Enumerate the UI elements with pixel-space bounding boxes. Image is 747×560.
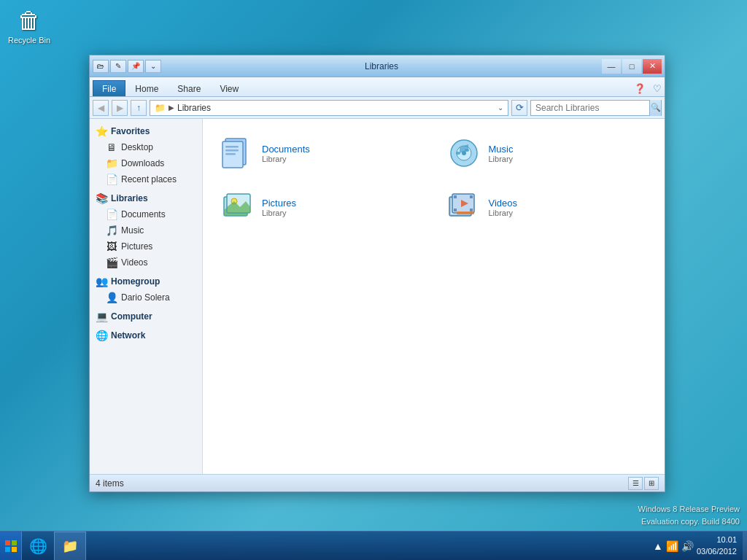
recycle-bin-graphic: 🗑	[18, 7, 41, 34]
recycle-bin-icon[interactable]: 🗑 Recycle Bin	[7, 7, 51, 44]
svg-rect-6	[225, 149, 239, 152]
quick-access-pin-btn[interactable]: 📌	[128, 60, 144, 73]
music-library-name: Music	[489, 144, 514, 155]
ribbon: File Home Share View ❓ ♡	[90, 77, 665, 97]
tab-home[interactable]: Home	[125, 80, 168, 96]
sidebar-item-documents[interactable]: 📄 Documents	[90, 206, 202, 222]
user-icon: 👤	[106, 292, 117, 303]
sidebar-item-pictures[interactable]: 🖼 Pictures	[90, 238, 202, 254]
sidebar-item-recent[interactable]: 📄 Recent places	[90, 171, 202, 187]
network-section-icon: 🌐	[96, 330, 108, 341]
tab-view[interactable]: View	[210, 80, 248, 96]
svg-rect-24	[470, 209, 473, 211]
taskbar-clock[interactable]: 10.01 03/06/2012	[697, 534, 743, 557]
sidebar-item-downloads[interactable]: 📁 Downloads	[90, 155, 202, 171]
back-button[interactable]: ◀	[93, 100, 109, 116]
sidebar-header-libraries[interactable]: 📚 Libraries	[90, 190, 202, 206]
search-input[interactable]	[531, 103, 649, 113]
svg-point-12	[465, 149, 469, 152]
sidebar-documents-label: Documents	[121, 209, 166, 219]
videos-library-name: Videos	[489, 198, 518, 209]
taskbar-date-value: 03/06/2012	[697, 546, 737, 557]
svg-rect-28	[12, 540, 17, 545]
close-button[interactable]: ✕	[643, 59, 662, 74]
content-area: Documents Library	[203, 119, 665, 474]
tray-network-icon[interactable]: 📶	[666, 540, 678, 552]
music-library-info: Music Library	[489, 144, 514, 163]
svg-rect-26	[457, 211, 474, 214]
svg-rect-29	[5, 547, 10, 552]
library-item-documents[interactable]: Documents Library	[214, 131, 427, 176]
documents-library-icon	[220, 136, 255, 171]
pictures-library-type: Library	[262, 209, 296, 217]
desktop: 🗑 Recycle Bin 🗁 ✎ 📌 ⌄ Libraries — □ ✕ Fi…	[0, 0, 747, 560]
quick-access-dropdown-btn[interactable]: ⌄	[145, 60, 161, 73]
tray-icons: ▲ 📶 🔊	[653, 540, 694, 552]
documents-library-info: Documents Library	[262, 144, 310, 163]
minimize-button[interactable]: —	[602, 59, 621, 74]
ie-taskbar-button[interactable]: 🌐	[22, 532, 54, 561]
help-icon[interactable]: ❓	[630, 81, 650, 96]
windows-logo-icon	[5, 540, 17, 552]
favorites-icon[interactable]: ♡	[650, 81, 665, 96]
sidebar-item-music[interactable]: 🎵 Music	[90, 222, 202, 238]
tab-file[interactable]: File	[93, 80, 125, 96]
library-item-music[interactable]: Music Library	[441, 131, 654, 176]
quick-access-folder-btn[interactable]: 🗁	[93, 60, 109, 73]
sidebar-header-computer[interactable]: 💻 Computer	[90, 308, 202, 324]
sidebar-header-homegroup[interactable]: 👥 Homegroup	[90, 273, 202, 289]
ie-icon: 🌐	[29, 537, 47, 555]
quick-access-edit-btn[interactable]: ✎	[110, 60, 126, 73]
explorer-taskbar-button[interactable]: 📁	[54, 532, 86, 561]
library-item-pictures[interactable]: Pictures Library	[214, 184, 427, 230]
pictures-library-name: Pictures	[262, 198, 296, 209]
search-box[interactable]: 🔍	[530, 100, 662, 116]
recycle-bin-label: Recycle Bin	[8, 36, 50, 44]
downloads-icon: 📁	[106, 158, 117, 169]
explorer-icon: 📁	[62, 538, 78, 554]
documents-library-name: Documents	[262, 144, 310, 155]
watermark-line1: Windows 8 Release Preview	[638, 503, 740, 516]
videos-library-info: Videos Library	[489, 198, 518, 217]
title-bar: 🗁 ✎ 📌 ⌄ Libraries — □ ✕	[90, 55, 665, 77]
videos-library-icon	[446, 190, 481, 225]
sidebar-videos-label: Videos	[121, 257, 147, 268]
sidebar-item-videos[interactable]: 🎬 Videos	[90, 254, 202, 271]
taskbar: 🌐 📁 ▲ 📶 🔊 10.01 03/06/2012	[0, 531, 747, 560]
sidebar-desktop-label: Desktop	[121, 142, 153, 152]
documents-icon: 📄	[106, 209, 117, 220]
libraries-section-icon: 📚	[96, 192, 108, 204]
homegroup-section-icon: 👥	[96, 276, 108, 287]
details-view-button[interactable]: ☰	[628, 477, 643, 490]
sidebar-header-favorites[interactable]: ⭐ Favorites	[90, 123, 202, 139]
svg-rect-5	[225, 146, 239, 148]
up-button[interactable]: ↑	[131, 100, 147, 116]
large-icons-view-button[interactable]: ⊞	[644, 477, 659, 490]
window-controls: — □ ✕	[602, 59, 662, 74]
refresh-button[interactable]: ⟳	[511, 100, 527, 116]
sidebar-item-desktop[interactable]: 🖥 Desktop	[90, 139, 202, 155]
sidebar-downloads-label: Downloads	[121, 158, 164, 168]
show-desktop-button[interactable]	[743, 532, 747, 561]
tray-arrow-icon[interactable]: ▲	[653, 540, 663, 552]
sidebar-item-dario[interactable]: 👤 Dario Solera	[90, 289, 202, 306]
sidebar-header-network[interactable]: 🌐 Network	[90, 327, 202, 343]
title-bar-left: 🗁 ✎ 📌 ⌄	[93, 60, 161, 73]
forward-button[interactable]: ▶	[112, 100, 128, 116]
svg-rect-23	[454, 209, 457, 211]
maximize-button[interactable]: □	[622, 59, 641, 74]
tab-share[interactable]: Share	[168, 80, 210, 96]
pictures-library-icon	[220, 190, 255, 225]
start-button[interactable]	[0, 532, 22, 561]
explorer-window: 🗁 ✎ 📌 ⌄ Libraries — □ ✕ File Home Share …	[89, 55, 665, 492]
svg-point-11	[456, 152, 460, 155]
taskbar-time-value: 10.01	[697, 534, 737, 545]
sidebar-section-favorites: ⭐ Favorites 🖥 Desktop 📁 Downloads 📄 Rece…	[90, 123, 202, 187]
address-input[interactable]: 📁 ▶ Libraries ⌄	[150, 100, 508, 116]
search-button[interactable]: 🔍	[649, 100, 661, 116]
address-dropdown-arrow[interactable]: ⌄	[498, 104, 503, 112]
library-item-videos[interactable]: Videos Library	[441, 184, 654, 230]
sidebar-dario-label: Dario Solera	[121, 292, 170, 303]
tray-volume-icon[interactable]: 🔊	[681, 540, 694, 552]
sidebar-homegroup-label: Homegroup	[111, 276, 160, 287]
